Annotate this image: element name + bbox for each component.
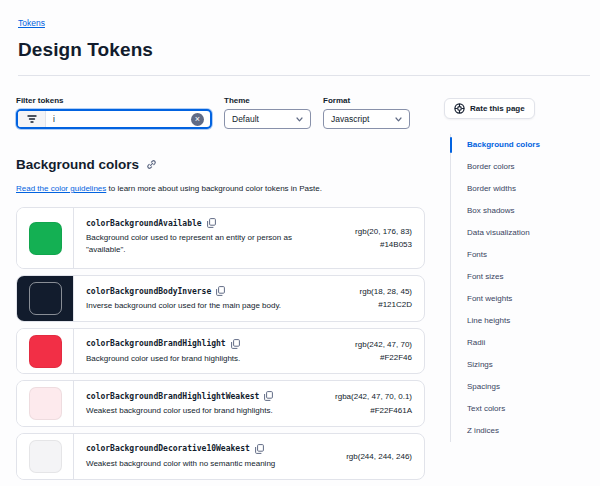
token-rgb-value: rgb(242, 47, 70) bbox=[355, 338, 412, 351]
breadcrumb-tokens-link[interactable]: Tokens bbox=[18, 18, 45, 28]
toc-item-fonts[interactable]: Fonts bbox=[467, 244, 600, 266]
color-guidelines-link[interactable]: Read the color guidelines bbox=[16, 184, 106, 193]
token-name: colorBackgroundDecorative10Weakest bbox=[86, 444, 250, 453]
section-title: Background colors bbox=[16, 157, 139, 172]
clear-filter-button[interactable]: × bbox=[191, 113, 204, 126]
format-select-value: Javascript bbox=[331, 114, 369, 124]
toc-item-font-sizes[interactable]: Font sizes bbox=[467, 266, 600, 288]
token-description: Background color used to represent an en… bbox=[86, 232, 314, 255]
anchor-link-icon[interactable] bbox=[146, 159, 157, 170]
design-tokens-page: Tokens Design Tokens Filter tokens bbox=[0, 0, 600, 486]
theme-label: Theme bbox=[224, 96, 311, 105]
page-title: Design Tokens bbox=[18, 39, 590, 61]
format-select[interactable]: Javascript bbox=[323, 109, 410, 129]
token-info: colorBackgroundBrandHighlight Background… bbox=[74, 329, 355, 374]
rate-this-page-button[interactable]: Rate this page bbox=[444, 98, 535, 119]
token-name: colorBackgroundAvailable bbox=[86, 219, 202, 228]
token-list: colorBackgroundAvailable Background colo… bbox=[16, 207, 425, 479]
swatch-preview bbox=[17, 208, 74, 268]
token-hex-value: #F22F46 bbox=[355, 351, 412, 364]
swatch-preview bbox=[17, 434, 74, 479]
theme-select[interactable]: Default bbox=[224, 109, 311, 129]
token-values: rgb(18, 28, 45) #121C2D bbox=[360, 285, 424, 311]
copy-icon[interactable] bbox=[216, 286, 225, 296]
token-description: Weakest background color with no semanti… bbox=[86, 458, 314, 470]
token-info: colorBackgroundDecorative10Weakest Weake… bbox=[74, 434, 346, 479]
toc-item-radii[interactable]: Radii bbox=[467, 332, 600, 354]
filter-label: Filter tokens bbox=[16, 96, 212, 105]
format-label: Format bbox=[323, 96, 410, 105]
theme-select-value: Default bbox=[232, 114, 259, 124]
on-this-page-nav: Background colors Border colors Border w… bbox=[450, 134, 600, 442]
toc-item-z-indices[interactable]: Z indices bbox=[467, 420, 600, 442]
token-info: colorBackgroundAvailable Background colo… bbox=[74, 208, 355, 268]
token-name: colorBackgroundBrandHighlight bbox=[86, 339, 226, 348]
close-icon: × bbox=[195, 114, 200, 124]
page-rail: Rate this page Background colors Border … bbox=[443, 96, 600, 442]
filter-field: Filter tokens × bbox=[16, 96, 212, 129]
token-values: rgb(244, 244, 246) bbox=[346, 450, 424, 463]
toc-item-border-widths[interactable]: Border widths bbox=[467, 178, 600, 200]
copy-icon[interactable] bbox=[264, 391, 273, 401]
token-name: colorBackgroundBrandHighlightWeakest bbox=[86, 392, 259, 401]
swatch-preview bbox=[17, 276, 74, 321]
section-intro-text: to learn more about using background col… bbox=[106, 184, 322, 193]
color-swatch bbox=[29, 335, 62, 368]
filter-prefix bbox=[18, 111, 46, 127]
token-rgb-value: rgb(20, 176, 83) bbox=[355, 225, 412, 238]
copy-icon[interactable] bbox=[207, 218, 216, 228]
main-content: Filter tokens × Theme bbox=[16, 96, 425, 480]
token-values: rgb(242, 47, 70) #F22F46 bbox=[355, 338, 424, 364]
breadcrumb: Tokens bbox=[18, 12, 590, 30]
token-rgb-value: rgb(18, 28, 45) bbox=[360, 285, 412, 298]
token-info: colorBackgroundBrandHighlightWeakest Wea… bbox=[74, 381, 335, 426]
token-info: colorBackgroundBodyInverse Inverse backg… bbox=[74, 276, 360, 321]
color-swatch bbox=[29, 387, 62, 420]
token-card: colorBackgroundBrandHighlight Background… bbox=[16, 328, 425, 375]
toc-item-spacings[interactable]: Spacings bbox=[467, 376, 600, 398]
toc-item-line-heights[interactable]: Line heights bbox=[467, 310, 600, 332]
token-description: Weakest background color used for brand … bbox=[86, 405, 314, 417]
toc-item-text-colors[interactable]: Text colors bbox=[467, 398, 600, 420]
rate-button-label: Rate this page bbox=[470, 104, 525, 113]
token-controls: Filter tokens × Theme bbox=[16, 96, 425, 129]
color-swatch bbox=[29, 222, 62, 255]
section-intro: Read the color guidelines to learn more … bbox=[16, 183, 425, 194]
chevron-down-icon bbox=[296, 117, 303, 122]
color-swatch bbox=[29, 440, 62, 473]
token-hex-value: #14B053 bbox=[355, 238, 412, 251]
copy-icon[interactable] bbox=[231, 339, 240, 349]
filter-tokens-input[interactable] bbox=[46, 111, 191, 127]
toc-item-font-weights[interactable]: Font weights bbox=[467, 288, 600, 310]
filter-input-wrap: × bbox=[16, 109, 212, 129]
token-card: colorBackgroundBrandHighlightWeakest Wea… bbox=[16, 380, 425, 427]
page-header: Tokens Design Tokens bbox=[0, 0, 600, 61]
token-values: rgb(20, 176, 83) #14B053 bbox=[355, 225, 424, 251]
token-name: colorBackgroundBodyInverse bbox=[86, 287, 211, 296]
token-rgb-value: rgb(244, 244, 246) bbox=[346, 450, 412, 463]
token-hex-value: #F22F461A bbox=[335, 404, 412, 417]
toc-item-data-visualization[interactable]: Data visualization bbox=[467, 222, 600, 244]
toc-item-background-colors[interactable]: Background colors bbox=[467, 134, 600, 156]
copy-icon[interactable] bbox=[255, 444, 264, 454]
token-hex-value: #121C2D bbox=[360, 298, 412, 311]
toc-item-box-shadows[interactable]: Box shadows bbox=[467, 200, 600, 222]
toc-item-sizings[interactable]: Sizings bbox=[467, 354, 600, 376]
token-description: Background color used for brand highligh… bbox=[86, 353, 314, 365]
token-description: Inverse background color used for the ma… bbox=[86, 300, 314, 312]
swatch-preview bbox=[17, 329, 74, 374]
chevron-down-icon bbox=[395, 117, 402, 122]
token-rgb-value: rgba(242, 47, 70, 0.1) bbox=[335, 390, 412, 403]
token-values: rgba(242, 47, 70, 0.1) #F22F461A bbox=[335, 390, 424, 416]
swatch-preview bbox=[17, 381, 74, 426]
token-card: colorBackgroundAvailable Background colo… bbox=[16, 207, 425, 269]
token-card: colorBackgroundBodyInverse Inverse backg… bbox=[16, 275, 425, 322]
toc-item-border-colors[interactable]: Border colors bbox=[467, 156, 600, 178]
theme-field: Theme Default bbox=[224, 96, 311, 129]
format-field: Format Javascript bbox=[323, 96, 410, 129]
token-card: colorBackgroundDecorative10Weakest Weake… bbox=[16, 433, 425, 480]
color-swatch bbox=[29, 282, 62, 315]
feedback-icon bbox=[454, 103, 465, 114]
filter-icon bbox=[27, 115, 37, 123]
section-heading: Background colors bbox=[16, 157, 425, 172]
